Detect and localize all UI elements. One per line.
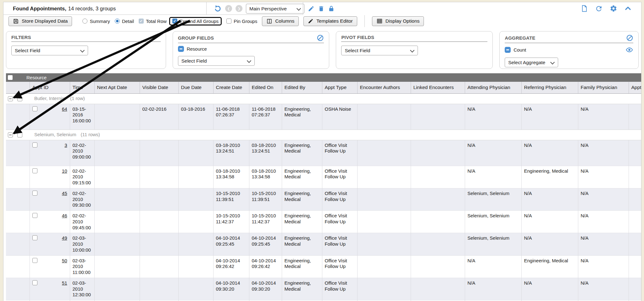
window-actions bbox=[580, 5, 641, 13]
appt-id-link[interactable]: 49 bbox=[62, 235, 67, 241]
display-options-button[interactable]: Display Options bbox=[372, 16, 424, 26]
column-header-next-apt-date[interactable]: Next Apt Date bbox=[94, 82, 140, 93]
group-expand-toggle[interactable] bbox=[8, 96, 13, 101]
lock-perspective-icon[interactable] bbox=[328, 5, 335, 12]
cell-due-date bbox=[178, 166, 213, 188]
columns-button[interactable]: Columns bbox=[262, 16, 299, 26]
column-header-row: Appt IDTimeNext Apt DateVisible DateDue … bbox=[6, 82, 641, 93]
cell-edited-on: 04-10-2014 09:30:20 bbox=[249, 278, 282, 300]
aggregate-select[interactable]: Select Aggregate bbox=[505, 58, 558, 67]
row-select-checkbox[interactable] bbox=[32, 106, 37, 111]
appt-id-link[interactable]: 10 bbox=[62, 168, 67, 174]
remove-group-field-icon[interactable] bbox=[178, 46, 184, 52]
column-header-visible-date[interactable]: Visible Date bbox=[140, 82, 178, 93]
clear-group-fields-icon[interactable] bbox=[317, 34, 324, 42]
appt-id-link[interactable]: 3 bbox=[64, 142, 67, 148]
row-select-checkbox[interactable] bbox=[32, 258, 37, 263]
group-select-checkbox[interactable] bbox=[17, 96, 22, 101]
grid-icon bbox=[376, 18, 383, 24]
group-row: Selenium, Selenium(11 rows) bbox=[6, 130, 641, 140]
cell-referring-physician: Engineering, Medical bbox=[521, 255, 578, 278]
column-header-encounter-authors[interactable]: Encounter Authors bbox=[357, 82, 411, 93]
pivot-fields-panel: PIVOT FIELDS Select Field bbox=[336, 31, 493, 69]
eye-icon[interactable] bbox=[625, 46, 633, 54]
total-row-checkbox[interactable]: Total Row bbox=[139, 19, 167, 24]
pivot-field-select[interactable]: Select Field bbox=[341, 46, 418, 55]
total-row-checkbox-box[interactable] bbox=[139, 19, 144, 24]
cell-linked-encounters bbox=[411, 233, 465, 255]
row-select-checkbox[interactable] bbox=[32, 235, 37, 240]
column-header-appt-type[interactable]: Appt Type bbox=[322, 82, 357, 93]
column-header-edited-on[interactable]: Edited On bbox=[249, 82, 282, 93]
column-header-referring-physician[interactable]: Referring Physician bbox=[521, 82, 578, 93]
cell-create-date: 03-18-2010 13:34:58 bbox=[213, 166, 249, 188]
cell-encounter-authors bbox=[357, 166, 411, 188]
pin-groups-checkbox[interactable]: Pin Groups bbox=[226, 19, 257, 24]
column-header-appt-id[interactable]: Appt ID bbox=[30, 82, 70, 93]
appt-id-link[interactable]: 51 bbox=[62, 280, 67, 286]
refresh-icon[interactable] bbox=[595, 5, 603, 13]
select-all-checkbox[interactable] bbox=[8, 75, 13, 80]
appt-id-link[interactable]: 46 bbox=[62, 213, 67, 219]
summary-radio-circle[interactable] bbox=[82, 19, 87, 24]
filters-select-wrap: Select Field bbox=[11, 46, 88, 55]
row-select-checkbox[interactable] bbox=[32, 168, 37, 173]
cell-edited-by: Engineering, Medical bbox=[282, 140, 322, 166]
filters-field-select[interactable]: Select Field bbox=[11, 46, 88, 55]
pin-groups-checkbox-box[interactable] bbox=[226, 19, 231, 24]
perspective-select[interactable]: Main Perspective bbox=[246, 4, 304, 14]
aggregate-panel: AGGREGATE Count Select Aggregate bbox=[499, 31, 639, 69]
previous-perspective-icon[interactable]: ❮ bbox=[225, 5, 232, 12]
delete-perspective-icon[interactable] bbox=[318, 5, 325, 12]
column-header-due-date[interactable]: Due Date bbox=[178, 82, 213, 93]
row-select-checkbox[interactable] bbox=[32, 213, 37, 218]
summary-radio[interactable]: Summary bbox=[82, 19, 110, 24]
expand-all-groups-checkbox-box[interactable] bbox=[172, 19, 177, 24]
cell-appt-type: Office Visit Follow Up bbox=[322, 140, 357, 166]
group-label: Selenium, Selenium bbox=[34, 132, 76, 138]
column-header-select[interactable] bbox=[6, 82, 30, 93]
templates-editor-button[interactable]: Templates Editor bbox=[303, 16, 357, 26]
cell-appt-re bbox=[629, 255, 641, 278]
cell-create-date: 04-10-2014 09:25:45 bbox=[213, 233, 249, 255]
detail-radio[interactable]: Detail bbox=[115, 19, 134, 24]
appt-id-link[interactable]: 45 bbox=[62, 191, 67, 197]
column-header-edited-by[interactable]: Edited By bbox=[282, 82, 322, 93]
cell-appt-type: Office Visit Follow Up bbox=[322, 255, 357, 278]
column-header-create-date[interactable]: Create Date bbox=[213, 82, 249, 93]
group-field-select[interactable]: Select Field bbox=[178, 56, 255, 66]
appt-id-link[interactable]: 50 bbox=[62, 258, 67, 264]
column-header-linked-encounters[interactable]: Linked Encounters bbox=[411, 82, 465, 93]
cell-due-date bbox=[178, 140, 213, 166]
cell-edited-by: Engineering, Medical bbox=[282, 233, 322, 255]
expand-all-groups-label: Expand All Groups bbox=[180, 19, 219, 24]
column-header-family-physician[interactable]: Family Physician bbox=[578, 82, 629, 93]
cell-due-date: 03-18-2016 bbox=[178, 104, 213, 130]
collapse-panel-icon[interactable] bbox=[624, 5, 632, 12]
cell-time: 02-02-2010 09:30:00 bbox=[70, 188, 94, 210]
remove-aggregate-icon[interactable] bbox=[505, 47, 511, 53]
group-row: Butler, Internist(1 row) bbox=[6, 93, 641, 104]
row-select-checkbox[interactable] bbox=[32, 280, 37, 285]
column-header-appt-re[interactable]: Appt Re bbox=[629, 82, 641, 93]
undo-icon[interactable] bbox=[214, 4, 222, 13]
group-expand-toggle[interactable] bbox=[8, 132, 13, 137]
gear-icon[interactable] bbox=[610, 5, 617, 12]
cell-linked-encounters bbox=[411, 188, 465, 210]
row-select-checkbox[interactable] bbox=[32, 191, 37, 196]
group-select-checkbox[interactable] bbox=[17, 132, 22, 137]
cell-edited-by: Engineering, Medical bbox=[282, 255, 322, 278]
edit-perspective-icon[interactable] bbox=[308, 5, 314, 12]
new-page-icon[interactable] bbox=[580, 5, 588, 12]
column-header-time[interactable]: Time bbox=[70, 82, 94, 93]
appt-id-link[interactable]: 64 bbox=[62, 106, 67, 112]
store-displayed-data-button[interactable]: Store Displayed Data bbox=[8, 16, 72, 26]
clear-aggregate-icon[interactable] bbox=[626, 34, 633, 42]
row-select-checkbox[interactable] bbox=[32, 142, 37, 148]
column-header-attending-physician[interactable]: Attending Physician bbox=[465, 82, 521, 93]
cell-family-physician: N/A bbox=[578, 255, 629, 278]
detail-radio-circle[interactable] bbox=[115, 19, 120, 24]
cell-encounter-authors bbox=[357, 255, 411, 278]
next-perspective-icon[interactable]: ❯ bbox=[236, 5, 242, 12]
expand-all-groups-checkbox[interactable]: Expand All Groups bbox=[169, 17, 222, 25]
